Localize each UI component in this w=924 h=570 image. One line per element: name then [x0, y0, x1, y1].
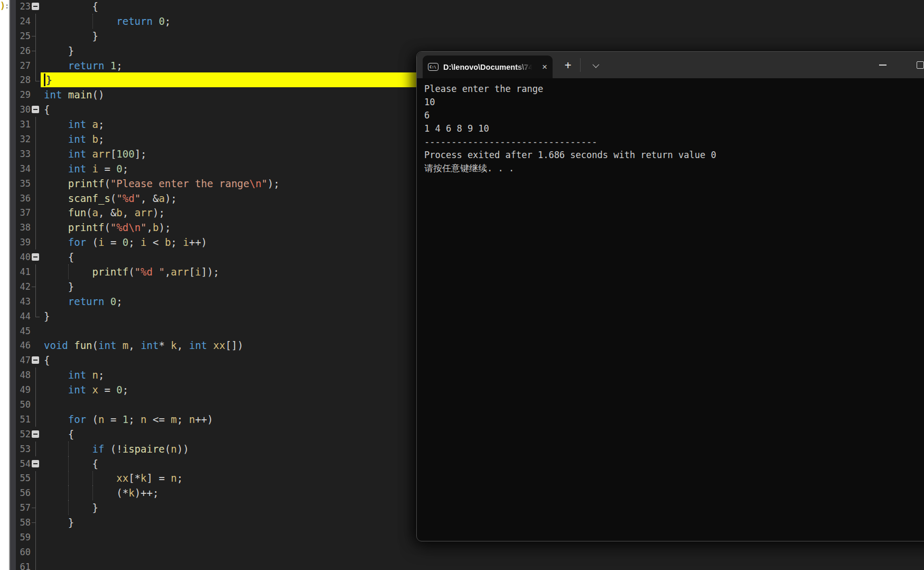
line-number: 43 [16, 296, 31, 307]
minimize-button[interactable] [870, 52, 895, 78]
tab-close-button[interactable]: × [542, 62, 547, 71]
line-number: 24 [16, 16, 31, 26]
terminal-tab[interactable]: C:\ D:\lenovo\Documents\741.exe × [423, 56, 553, 78]
code-text: } [44, 309, 50, 324]
cmd-icon: C:\ [428, 63, 438, 71]
line-number: 36 [16, 193, 31, 204]
line-number: 54 [16, 458, 31, 469]
line-number: 42 [16, 281, 31, 292]
editor-margin-strip[interactable] [9, 0, 16, 570]
line-number: 30 [16, 104, 31, 115]
fold-toggle-icon[interactable] [32, 106, 39, 113]
code-line[interactable]: 60 [16, 545, 924, 559]
fold-gutter [31, 72, 41, 87]
maximize-button[interactable] [910, 52, 924, 78]
indent-guide [92, 471, 93, 486]
line-number: 60 [16, 547, 31, 557]
fold-gutter [31, 309, 41, 324]
tab-dropdown-button[interactable] [587, 57, 603, 73]
line-number: 25 [16, 31, 31, 41]
line-number: 57 [16, 502, 31, 513]
fold-gutter [31, 324, 41, 338]
fold-gutter [31, 29, 41, 43]
code-text: return 0; [44, 294, 123, 309]
line-number: 58 [16, 517, 31, 528]
fold-toggle-icon[interactable] [32, 3, 39, 10]
fold-toggle-icon[interactable] [32, 430, 39, 438]
code-text: fun(a, &b, arr); [44, 205, 165, 220]
code-text: printf("%d\n",b); [44, 220, 171, 235]
line-number: 50 [16, 399, 31, 410]
fold-gutter [31, 456, 41, 471]
fold-gutter [31, 176, 41, 191]
line-number: 38 [16, 222, 31, 233]
fold-gutter [31, 102, 41, 117]
terminal-tab-title: D:\lenovo\Documents\741.exe [443, 63, 532, 71]
terminal-tab-bar: C:\ D:\lenovo\Documents\741.exe × + [417, 52, 924, 78]
line-number: 27 [16, 60, 31, 71]
code-text: } [44, 29, 98, 43]
code-text: return 0; [44, 14, 171, 29]
fold-gutter [31, 191, 41, 206]
fold-gutter [31, 250, 41, 264]
code-text: } [44, 279, 74, 294]
line-number: 56 [16, 488, 31, 498]
line-number: 45 [16, 326, 31, 336]
line-number: 34 [16, 163, 31, 174]
line-number: 39 [16, 237, 31, 247]
indent-guide [68, 500, 69, 515]
code-line[interactable]: 23 { [16, 0, 924, 14]
code-text: { [44, 0, 98, 14]
line-number: 33 [16, 149, 31, 159]
fold-gutter [31, 515, 41, 530]
text-caret [44, 73, 45, 86]
code-text: { [44, 250, 74, 264]
code-text: { [44, 427, 74, 442]
code-text: xx[*k] = n; [44, 471, 183, 486]
fold-gutter [31, 338, 41, 353]
indent-guide [92, 485, 93, 500]
fold-toggle-icon[interactable] [32, 253, 39, 261]
fold-gutter [31, 279, 41, 294]
screenshot-root: 23 {24 return 0;25 }26 }27 return 1;28}2… [0, 0, 924, 570]
code-line[interactable]: 61 [16, 559, 924, 570]
line-number: 29 [16, 89, 31, 100]
indent-guide [68, 456, 69, 471]
line-number: 55 [16, 473, 31, 483]
code-line[interactable]: 25 } [16, 29, 924, 43]
code-text: { [44, 456, 98, 471]
chevron-down-icon [592, 61, 599, 68]
code-text: printf("Please enter the range\n"); [44, 176, 279, 191]
terminal-output-line: -------------------------------- [424, 135, 924, 149]
line-number: 40 [16, 252, 31, 262]
fold-toggle-icon[interactable] [32, 356, 39, 364]
terminal-output-line: 请按任意键继续. . . [424, 162, 924, 175]
code-text: { [44, 353, 50, 367]
fold-gutter [31, 530, 41, 545]
indent-guide [68, 442, 69, 456]
fold-gutter [31, 87, 41, 102]
code-text: } [44, 500, 98, 515]
fold-gutter [31, 43, 41, 58]
line-number: 23 [16, 1, 31, 12]
fold-gutter [31, 545, 41, 559]
indent-guide [68, 485, 69, 500]
line-number: 41 [16, 266, 31, 277]
fold-toggle-icon[interactable] [32, 460, 39, 467]
fold-gutter [31, 559, 41, 570]
fold-gutter [31, 58, 41, 73]
code-line[interactable]: 24 return 0; [16, 14, 924, 29]
code-text: printf("%d ",arr[i]); [44, 264, 219, 279]
terminal-output[interactable]: Please enter the range1061 4 6 8 9 10---… [417, 78, 924, 175]
fold-gutter [31, 442, 41, 456]
fold-gutter [31, 14, 41, 29]
fold-gutter [31, 161, 41, 176]
fold-gutter [31, 367, 41, 382]
code-text: int x = 0; [44, 382, 128, 397]
fold-gutter [31, 264, 41, 279]
new-tab-button[interactable]: + [560, 57, 576, 73]
fold-gutter [31, 471, 41, 486]
line-number: 32 [16, 134, 31, 144]
line-number: 51 [16, 414, 31, 425]
terminal-output-line: 1 4 6 8 9 10 [424, 122, 924, 135]
